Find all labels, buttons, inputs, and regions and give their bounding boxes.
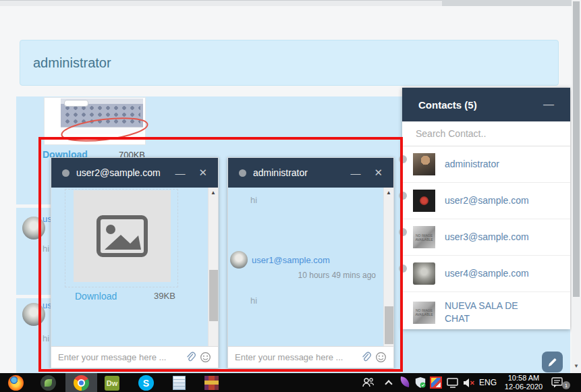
browser-top-strip-right xyxy=(442,0,572,6)
clock[interactable]: 10:58 AM 12-06-2020 xyxy=(501,374,546,391)
no-image-avatar: NO IMAGE AVAILABLE xyxy=(413,226,435,248)
contact-row-user2[interactable]: user2@sample.com xyxy=(402,183,570,219)
image-placeholder-icon xyxy=(95,215,149,258)
contacts-title: Contacts (5) xyxy=(418,99,543,111)
contact-row-nueva-sala[interactable]: NO IMAGE AVAILABLE NUEVA SALA DE CHAT xyxy=(402,292,570,333)
online-status-dot xyxy=(399,228,407,236)
background-screenshot-thumbnail xyxy=(61,99,143,134)
scrollbar-thumb[interactable] xyxy=(385,306,393,344)
background-message: hi xyxy=(43,333,49,343)
presence-dot-icon xyxy=(239,169,246,177)
background-avatar xyxy=(22,217,45,240)
scroll-down-icon[interactable]: ▼ xyxy=(572,363,581,369)
message-input-row xyxy=(228,346,393,368)
online-status-dot xyxy=(399,264,407,273)
message-timestamp: 10 hours 49 mins ago xyxy=(228,271,376,280)
background-message: hi xyxy=(43,244,49,254)
chat-message: hi xyxy=(250,195,257,205)
message-separator xyxy=(16,295,52,298)
chat-window-title: administrator xyxy=(253,167,346,178)
contact-row-user3[interactable]: NO IMAGE AVAILABLE user3@sample.com xyxy=(402,219,570,256)
sender-name[interactable]: user1@sample.com xyxy=(252,255,330,265)
notification-badge: 1 xyxy=(562,381,570,389)
contact-name: user2@sample.com xyxy=(445,194,529,207)
download-link[interactable]: Download xyxy=(75,291,117,302)
avatar xyxy=(413,262,435,285)
network-icon[interactable] xyxy=(447,378,460,388)
contact-name: administrator xyxy=(445,158,499,171)
scroll-up-icon[interactable]: ▲ xyxy=(384,190,393,196)
browser-scrollbar-thumb[interactable] xyxy=(573,1,580,297)
scrollbar-thumb[interactable] xyxy=(209,270,218,321)
scroll-up-icon[interactable]: ▲ xyxy=(209,190,218,196)
message-input[interactable] xyxy=(235,352,358,362)
feather-app-icon[interactable] xyxy=(399,376,410,387)
taskbar: Dw S ENG 10:58 AM 12-06-2020 xyxy=(0,373,581,392)
attach-file-icon[interactable] xyxy=(186,352,196,363)
screen: administrator Download 700KB us hi us hi… xyxy=(0,0,581,392)
clock-date: 12-06-2020 xyxy=(501,383,546,391)
thumb-label-pill xyxy=(64,100,88,107)
chrome-icon[interactable] xyxy=(74,375,89,391)
chat-message-area: hi user1@sample.com 10 hours 49 mins ago… xyxy=(228,188,393,347)
show-hidden-icons-chevron[interactable] xyxy=(385,380,392,387)
chat-scrollbar[interactable]: ▲ xyxy=(383,188,393,347)
volume-muted-icon[interactable] xyxy=(463,378,476,388)
chat-window-title: user2@sample.com xyxy=(76,167,171,178)
message-input[interactable] xyxy=(58,352,183,362)
contacts-header[interactable]: Contacts (5) — xyxy=(402,88,570,121)
no-image-avatar: NO IMAGE AVAILABLE xyxy=(413,302,435,324)
contacts-search-row xyxy=(402,121,570,146)
minimize-button[interactable]: — xyxy=(346,167,364,179)
people-icon[interactable] xyxy=(362,377,375,388)
close-button[interactable]: ✕ xyxy=(364,167,383,179)
minimize-button[interactable]: — xyxy=(171,167,189,179)
contact-name: user4@sample.com xyxy=(445,267,529,280)
paint-app-icon[interactable] xyxy=(430,376,442,389)
firefox-icon[interactable] xyxy=(8,375,24,391)
compose-button[interactable] xyxy=(542,352,563,372)
presence-dot-icon xyxy=(62,169,70,177)
online-status-dot xyxy=(399,192,407,200)
chat-message-area: Download 39KB ▲ xyxy=(51,188,218,347)
thumb-toolbar xyxy=(61,127,143,134)
clock-time: 10:58 AM xyxy=(501,374,546,383)
skype-icon[interactable]: S xyxy=(138,375,154,391)
image-attachment-tile[interactable] xyxy=(74,190,171,282)
attach-file-icon[interactable] xyxy=(361,352,371,363)
winrar-icon[interactable] xyxy=(204,376,219,390)
background-avatar xyxy=(22,303,45,326)
page-title-banner: administrator xyxy=(20,40,559,86)
message-separator xyxy=(16,204,52,208)
emoji-icon[interactable] xyxy=(375,352,387,363)
pencil-icon xyxy=(547,356,558,368)
chat-scrollbar[interactable]: ▲ xyxy=(208,188,218,347)
contact-row-administrator[interactable]: administrator xyxy=(402,146,570,183)
language-indicator[interactable]: ENG xyxy=(479,378,497,387)
chat-window-header[interactable]: user2@sample.com — ✕ xyxy=(51,158,218,188)
browser-scrollbar[interactable]: ▼ xyxy=(572,0,581,373)
contact-row-user4[interactable]: user4@sample.com xyxy=(402,256,570,292)
contacts-minimize-button[interactable]: — xyxy=(543,99,554,111)
sender-avatar xyxy=(230,251,248,269)
message-input-row xyxy=(51,346,218,368)
thumb-emoji-grid xyxy=(63,105,140,125)
chat-window-user2: user2@sample.com — ✕ Download 39KB ▲ xyxy=(51,157,219,368)
chat-window-administrator: administrator — ✕ hi user1@sample.com 10… xyxy=(227,157,394,368)
defender-shield-icon[interactable] xyxy=(414,376,426,389)
contact-name: NUEVA SALA DE CHAT xyxy=(445,300,523,325)
close-button[interactable]: ✕ xyxy=(189,167,207,179)
dreamweaver-icon[interactable]: Dw xyxy=(105,376,119,391)
contact-name: user3@sample.com xyxy=(445,231,529,244)
chat-message: hi xyxy=(250,296,257,306)
android-studio-icon[interactable] xyxy=(40,375,56,391)
page-title: administrator xyxy=(20,55,111,71)
chat-window-header[interactable]: administrator — ✕ xyxy=(228,158,393,188)
avatar xyxy=(413,190,435,212)
avatar xyxy=(413,153,435,175)
search-contact-input[interactable] xyxy=(402,128,570,139)
contacts-panel: Contacts (5) — administrator user2@sampl… xyxy=(402,88,570,329)
emoji-icon[interactable] xyxy=(200,352,211,363)
notepad-icon[interactable] xyxy=(173,376,186,390)
file-size: 39KB xyxy=(154,291,175,301)
